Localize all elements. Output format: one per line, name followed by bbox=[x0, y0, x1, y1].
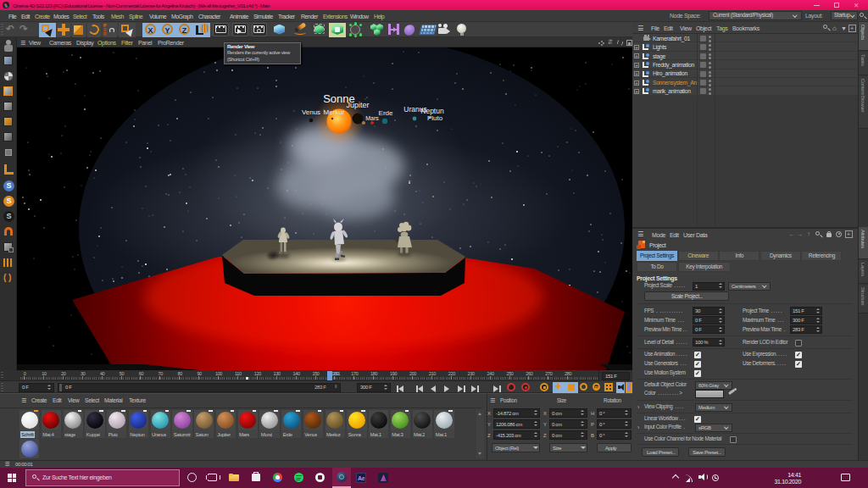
svg-text:Pluto: Pluto bbox=[427, 114, 443, 122]
svg-text:Jupiter: Jupiter bbox=[346, 101, 369, 109]
svg-text:Merkur: Merkur bbox=[324, 108, 345, 116]
svg-text:Mars: Mars bbox=[365, 115, 379, 121]
svg-text:Venus: Venus bbox=[302, 108, 320, 116]
svg-text:Erde: Erde bbox=[379, 109, 393, 117]
